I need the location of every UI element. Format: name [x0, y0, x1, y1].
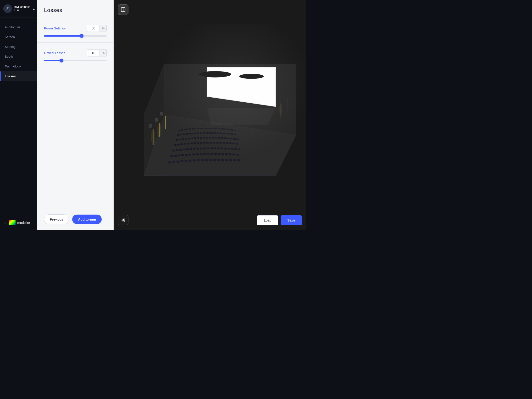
sidebar-item-seating[interactable]: Seating [0, 42, 37, 52]
load-button[interactable]: Load [257, 215, 278, 225]
chevron-up-icon: ▲ [33, 7, 35, 10]
scene-svg [114, 0, 306, 230]
split-view-button[interactable] [118, 4, 128, 15]
preview-area: Load Save [114, 0, 306, 230]
optical-losses-slider-track[interactable] [44, 60, 107, 61]
power-settings-unit: % [100, 25, 107, 32]
optical-losses-input[interactable] [87, 50, 100, 56]
optical-losses-label: Optical Losses [44, 51, 65, 55]
svg-point-168 [122, 219, 125, 222]
optical-losses-slider-thumb[interactable] [60, 59, 63, 63]
sidebar-header[interactable]: myHarkness User ▲ [0, 0, 37, 18]
power-settings-input[interactable] [87, 25, 100, 32]
sidebar-username: myHarkness User [14, 5, 30, 12]
camera-reset-button[interactable] [118, 215, 128, 225]
power-settings-row: Power Settings % [44, 25, 107, 32]
previous-button[interactable]: Previous [44, 214, 69, 224]
panel-footer: Previous Auditorium [37, 209, 113, 230]
sidebar: myHarkness User ▲ Auditorium Screen Seat… [0, 0, 37, 230]
optical-losses-input-group: % [87, 49, 107, 57]
sidebar-item-screen[interactable]: Screen [0, 32, 37, 42]
modeller-logo-icon [9, 220, 16, 225]
panel-empty-space [37, 67, 113, 209]
power-settings-section: Power Settings % [37, 18, 113, 43]
modeller-logo: modeller [9, 220, 30, 225]
power-settings-input-group: % [87, 25, 107, 32]
power-settings-slider-fill [44, 35, 82, 37]
optical-losses-row: Optical Losses % [44, 49, 107, 57]
sidebar-nav: Auditorium Screen Seating Booth Technolo… [0, 18, 37, 216]
save-button[interactable]: Save [281, 215, 302, 225]
sidebar-item-auditorium[interactable]: Auditorium [0, 22, 37, 32]
svg-point-167 [122, 219, 124, 221]
auditorium-button[interactable]: Auditorium [72, 215, 102, 224]
sidebar-item-losses[interactable]: Losses [0, 71, 37, 81]
power-settings-label: Power Settings [44, 26, 66, 30]
back-button[interactable]: ‹ [3, 221, 6, 225]
preview-action-buttons: Load Save [257, 215, 302, 225]
power-settings-slider-thumb[interactable] [80, 34, 83, 38]
optical-losses-unit: % [100, 50, 107, 56]
svg-point-164 [239, 74, 264, 79]
panel-title: Losses [37, 0, 113, 18]
sidebar-footer: ‹ modeller [0, 216, 37, 230]
svg-rect-161 [114, 24, 306, 206]
main-panel: Losses Power Settings % Optical Losses % [37, 0, 114, 230]
optical-losses-section: Optical Losses % [37, 43, 113, 67]
svg-point-163 [199, 71, 231, 77]
sidebar-item-technology[interactable]: Technology [0, 62, 37, 71]
avatar [3, 4, 12, 13]
modeller-logo-text: modeller [17, 221, 30, 225]
sidebar-item-booth[interactable]: Booth [0, 52, 37, 62]
power-settings-slider-track[interactable] [44, 35, 107, 37]
optical-losses-slider-fill [44, 60, 62, 61]
svg-point-0 [7, 7, 8, 9]
